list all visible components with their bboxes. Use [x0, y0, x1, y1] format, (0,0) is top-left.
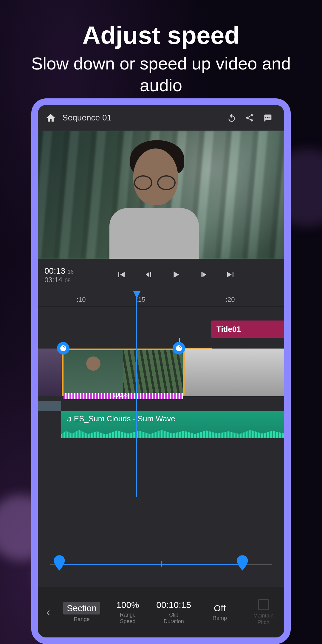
timeline[interactable]: Title01 100% ♫ ES_Sum Clouds - Sum Wave: [38, 306, 284, 497]
duration-option[interactable]: 00:10:15 ClipDuration: [151, 600, 197, 625]
current-frames: 16: [68, 269, 74, 275]
video-track: [38, 349, 284, 396]
comment-icon[interactable]: [258, 113, 276, 123]
speed-handle-left[interactable]: [57, 342, 69, 354]
timecode-display: 00:1316 03:1408: [38, 266, 80, 284]
marketing-headline: Adjust speed Slow down or speed up video…: [0, 0, 322, 108]
ramp-label: Ramp: [197, 615, 243, 622]
audio-waveform: [61, 429, 284, 438]
current-time: 00:13: [44, 266, 65, 276]
audio-clip[interactable]: ♫ ES_Sum Clouds - Sum Wave: [61, 411, 284, 438]
playhead[interactable]: [136, 292, 137, 497]
svg-point-1: [267, 117, 268, 118]
back-icon[interactable]: ‹: [38, 606, 59, 619]
ruler-tick: :10: [77, 296, 86, 304]
skip-end-icon[interactable]: [225, 269, 236, 281]
track-spacer: [38, 401, 61, 411]
speed-option[interactable]: 100% RangeSpeed: [105, 600, 151, 625]
frame-back-icon[interactable]: [143, 269, 154, 281]
range-label: Range: [59, 616, 105, 623]
headline-subtitle: Slow down or speed up video and audio: [18, 53, 304, 96]
frame-forward-icon[interactable]: [198, 269, 209, 281]
undo-icon[interactable]: [223, 113, 241, 123]
pitch-label: MaintainPitch: [243, 613, 284, 626]
top-bar: Sequence 01: [38, 105, 284, 131]
ruler-tick: :20: [226, 296, 235, 304]
headline-title: Adjust speed: [18, 21, 304, 50]
checkbox-icon: [258, 599, 269, 610]
transport-bar: 00:1316 03:1408: [38, 259, 284, 292]
range-value: Section: [63, 602, 100, 614]
maintain-pitch-option[interactable]: MaintainPitch: [243, 599, 284, 626]
speed-panel: ‹ Section Range 100% RangeSpeed 00:10:15…: [38, 587, 284, 637]
sequence-title[interactable]: Sequence 01: [62, 113, 223, 123]
range-option[interactable]: Section Range: [59, 602, 105, 623]
skip-start-icon[interactable]: [116, 269, 126, 281]
duration-label: ClipDuration: [151, 612, 197, 625]
total-time: 03:14: [44, 276, 62, 284]
video-clip-prev[interactable]: [38, 349, 62, 396]
home-icon[interactable]: [46, 113, 56, 123]
share-icon[interactable]: [241, 113, 258, 122]
title-clip[interactable]: Title01: [211, 321, 284, 338]
speed-label: RangeSpeed: [105, 612, 151, 625]
ramp-option[interactable]: Off Ramp: [197, 603, 243, 622]
speed-handle-right[interactable]: [173, 342, 185, 354]
speed-overlay-label: 100%: [112, 391, 128, 398]
range-pin-right[interactable]: [236, 555, 249, 572]
app-frame: Sequence 01 00:1316 03:1408: [31, 98, 291, 644]
ramp-value: Off: [197, 603, 243, 613]
range-slider[interactable]: [50, 554, 272, 575]
video-clip-selected[interactable]: [62, 349, 185, 396]
svg-point-2: [269, 117, 270, 118]
video-preview[interactable]: [38, 131, 284, 259]
play-icon[interactable]: [171, 269, 181, 281]
speed-value: 100%: [105, 600, 151, 610]
total-frames: 08: [65, 278, 71, 284]
timeline-ruler[interactable]: :10 :15 :20: [38, 292, 284, 306]
svg-point-0: [265, 117, 266, 118]
ruler-tick: :15: [136, 296, 145, 304]
video-clip-next[interactable]: [185, 349, 284, 396]
duration-value: 00:10:15: [151, 600, 197, 610]
range-pin-left[interactable]: [53, 555, 66, 572]
audio-clip-label: ♫ ES_Sum Clouds - Sum Wave: [66, 414, 175, 423]
